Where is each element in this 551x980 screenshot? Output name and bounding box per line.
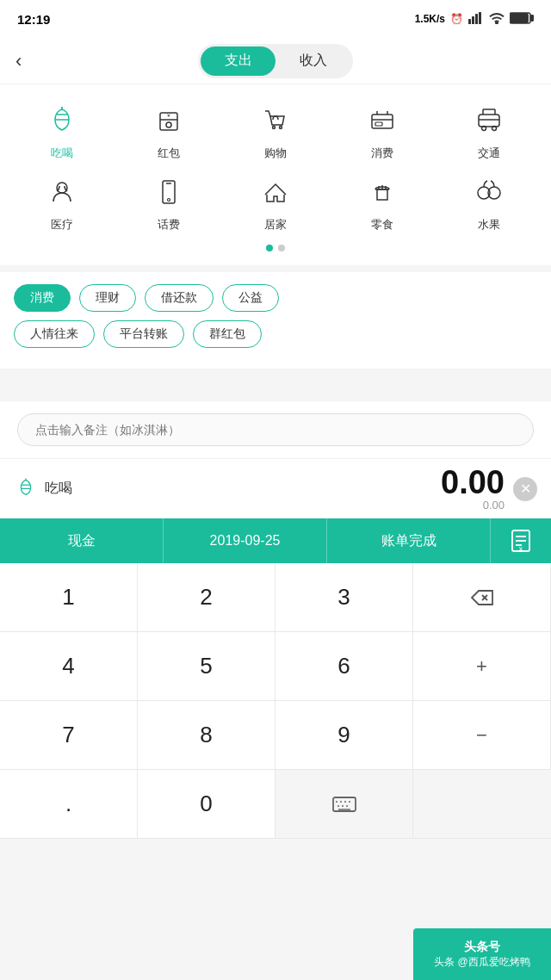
keyboard-btn[interactable] bbox=[276, 770, 413, 839]
num-7[interactable]: 7 bbox=[0, 701, 138, 770]
amount-sub: 0.00 bbox=[441, 499, 505, 512]
num-5[interactable]: 5 bbox=[138, 632, 276, 701]
tag-social[interactable]: 人情往来 bbox=[14, 320, 95, 348]
category-phone[interactable]: 话费 bbox=[115, 170, 222, 233]
category-snack[interactable]: 零食 bbox=[329, 170, 436, 233]
category-consume[interactable]: 消费 bbox=[329, 98, 436, 161]
svg-point-23 bbox=[168, 199, 170, 202]
watermark-account: 头条 @西瓜爱吃烤鸭 bbox=[434, 955, 530, 970]
shopping-label: 购物 bbox=[264, 146, 287, 161]
transport-label: 交通 bbox=[478, 146, 500, 161]
tags-row-2: 人情往来 平台转账 群红包 bbox=[14, 320, 537, 348]
category-section: 吃喝 ¥ 红包 bbox=[0, 84, 551, 265]
toolbar-date[interactable]: 2019-09-25 bbox=[164, 518, 327, 563]
tag-charity[interactable]: 公益 bbox=[222, 284, 279, 312]
svg-rect-2 bbox=[475, 14, 478, 24]
num-4[interactable]: 4 bbox=[0, 632, 138, 701]
svg-rect-15 bbox=[372, 115, 393, 128]
svg-point-18 bbox=[482, 127, 486, 131]
phone-icon bbox=[147, 170, 190, 213]
tab-expense[interactable]: 支出 bbox=[201, 47, 276, 76]
watermark: 头条号 头条 @西瓜爱吃烤鸭 bbox=[413, 928, 551, 980]
category-medical[interactable]: 医疗 bbox=[9, 170, 115, 233]
dot-1 bbox=[266, 245, 273, 251]
dot-btn[interactable]: . bbox=[0, 770, 138, 839]
home-icon bbox=[254, 170, 297, 213]
svg-point-4 bbox=[496, 22, 498, 23]
status-icons: 1.5K/s ⏰ bbox=[415, 12, 534, 27]
amount-category: 吃喝 bbox=[14, 475, 72, 503]
tag-transfer[interactable]: 平台转账 bbox=[103, 320, 184, 348]
svg-text:¥: ¥ bbox=[167, 113, 170, 118]
svg-rect-7 bbox=[531, 16, 534, 21]
note-section bbox=[0, 401, 551, 458]
category-shopping[interactable]: 购物 bbox=[222, 98, 329, 161]
amount-close-btn[interactable]: ✕ bbox=[513, 477, 537, 501]
toolbar-cash[interactable]: 现金 bbox=[0, 518, 164, 563]
svg-rect-16 bbox=[375, 122, 382, 126]
watermark-text: 头条号 bbox=[464, 940, 500, 955]
medical-label: 医疗 bbox=[51, 217, 73, 233]
svg-point-20 bbox=[57, 183, 67, 193]
shopping-icon bbox=[254, 98, 297, 141]
backspace-btn[interactable] bbox=[413, 563, 551, 632]
fruit-label: 水果 bbox=[478, 217, 500, 233]
num-3[interactable]: 3 bbox=[276, 563, 413, 632]
category-eat[interactable]: 吃喝 bbox=[9, 98, 115, 161]
toolbar-receipt[interactable]: ¥ bbox=[491, 518, 551, 563]
snack-label: 零食 bbox=[371, 217, 393, 233]
num-1[interactable]: 1 bbox=[0, 563, 138, 632]
home-label: 居家 bbox=[264, 217, 287, 233]
eat-icon bbox=[40, 98, 84, 141]
toolbar-row: 现金 2019-09-25 账单完成 ¥ bbox=[0, 518, 551, 563]
tab-income[interactable]: 收入 bbox=[276, 47, 350, 76]
transport-icon bbox=[467, 98, 511, 141]
svg-point-14 bbox=[280, 127, 282, 129]
status-bar: 12:19 1.5K/s ⏰ bbox=[0, 0, 551, 38]
status-time: 12:19 bbox=[17, 12, 50, 27]
consume-label: 消费 bbox=[371, 146, 393, 161]
tag-borrow[interactable]: 借还款 bbox=[145, 284, 214, 312]
svg-point-12 bbox=[166, 122, 171, 127]
category-fruit[interactable]: 水果 bbox=[436, 170, 542, 233]
back-button[interactable]: ‹ bbox=[15, 50, 22, 72]
snack-icon bbox=[361, 170, 404, 213]
tags-section: 消费 理财 借还款 公益 人情往来 平台转账 群红包 bbox=[0, 272, 551, 369]
minus-btn[interactable]: − bbox=[413, 701, 551, 770]
network-speed: 1.5K/s bbox=[415, 13, 445, 25]
category-grid: 吃喝 ¥ 红包 bbox=[9, 98, 542, 233]
svg-rect-17 bbox=[479, 115, 499, 127]
note-input[interactable] bbox=[17, 413, 534, 446]
svg-rect-6 bbox=[511, 14, 528, 22]
alarm-icon: ⏰ bbox=[450, 13, 463, 25]
num-0[interactable]: 0 bbox=[138, 770, 276, 839]
phone-label: 话费 bbox=[158, 217, 180, 233]
consume-icon bbox=[361, 98, 404, 141]
plus-btn[interactable]: + bbox=[413, 632, 551, 701]
category-redpocket[interactable]: ¥ 红包 bbox=[115, 98, 222, 161]
redpocket-icon: ¥ bbox=[147, 98, 190, 141]
tag-consume[interactable]: 消费 bbox=[14, 284, 71, 312]
num-8[interactable]: 8 bbox=[138, 701, 276, 770]
category-home[interactable]: 居家 bbox=[222, 170, 329, 233]
amount-category-label: 吃喝 bbox=[45, 480, 72, 498]
signal-icon bbox=[468, 12, 484, 27]
num-9[interactable]: 9 bbox=[276, 701, 413, 770]
num-2[interactable]: 2 bbox=[138, 563, 276, 632]
dot-2 bbox=[278, 245, 285, 251]
medical-icon bbox=[40, 170, 84, 213]
amount-display: 0.00 0.00 ✕ bbox=[441, 466, 537, 512]
tag-group-red[interactable]: 群红包 bbox=[193, 320, 262, 348]
svg-rect-0 bbox=[468, 19, 471, 24]
category-transport[interactable]: 交通 bbox=[436, 98, 542, 161]
page-dots bbox=[9, 241, 542, 258]
toolbar-complete[interactable]: 账单完成 bbox=[327, 518, 491, 563]
num-6[interactable]: 6 bbox=[276, 632, 413, 701]
svg-point-19 bbox=[492, 127, 497, 131]
wifi-icon bbox=[489, 12, 505, 27]
svg-rect-3 bbox=[479, 12, 481, 24]
header: ‹ 支出 收入 bbox=[0, 38, 551, 84]
tag-finance[interactable]: 理财 bbox=[79, 284, 136, 312]
eat-label: 吃喝 bbox=[51, 146, 73, 161]
svg-rect-1 bbox=[472, 16, 474, 24]
